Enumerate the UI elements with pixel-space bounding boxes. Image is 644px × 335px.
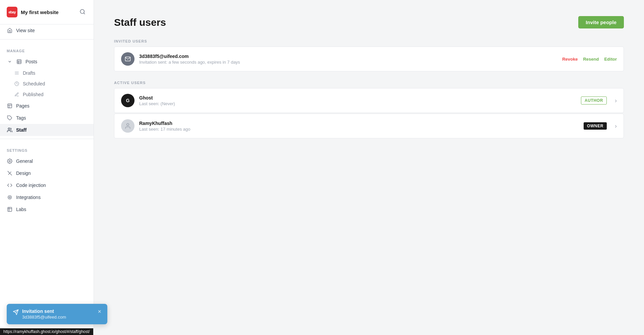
sidebar-item-published[interactable]: Published <box>0 89 94 100</box>
toast-notification: Invitation sent 3d3883f5@uifeed.com × <box>7 304 107 324</box>
sidebar-item-design[interactable]: Design <box>0 167 94 179</box>
sidebar-item-label: Integrations <box>16 195 41 200</box>
sidebar-item-label: Published <box>23 92 44 97</box>
staff-icon <box>7 127 13 133</box>
svg-line-1 <box>84 13 85 14</box>
sidebar-item-view-site[interactable]: View site <box>0 24 94 37</box>
posts-icon <box>16 59 22 65</box>
settings-label: Settings <box>0 142 94 155</box>
search-icon <box>79 9 86 15</box>
sidebar-item-drafts[interactable]: Drafts <box>0 68 94 78</box>
sidebar-item-general[interactable]: General <box>0 155 94 167</box>
sidebar-item-label: View site <box>16 28 35 33</box>
home-icon <box>7 27 13 34</box>
page-header: Staff users Invite people <box>114 16 624 28</box>
role-badge: Author <box>581 96 607 105</box>
search-button[interactable] <box>78 7 87 17</box>
user-actions-ghost: Author › <box>581 96 617 105</box>
user-card-ramy[interactable]: RamyKhuffash Last seen: 17 minutes ago O… <box>114 114 624 138</box>
invited-user-meta: Invitation sent: a few seconds ago, expi… <box>139 60 562 65</box>
user-info-ghost: Ghost Last seen: (Never) <box>139 95 581 106</box>
user-info-ramy: RamyKhuffash Last seen: 17 minutes ago <box>139 121 584 132</box>
role-button[interactable]: Editor <box>604 57 617 62</box>
invited-users-section: Invited Users 3d3883f5@uifeed.com Invita… <box>114 39 624 71</box>
sidebar-item-label: Labs <box>16 207 26 212</box>
svg-rect-2 <box>17 60 21 64</box>
toast-body: Invitation sent 3d3883f5@uifeed.com <box>22 309 94 320</box>
sidebar-item-tags[interactable]: Tags <box>0 112 94 124</box>
active-users-label: Active Users <box>114 81 624 85</box>
sidebar-item-code-injection[interactable]: Code injection <box>0 179 94 191</box>
sidebar-item-label: Posts <box>25 59 37 64</box>
published-icon <box>14 92 19 97</box>
ebay-logo: ebay <box>7 7 17 17</box>
send-icon <box>13 309 19 317</box>
invited-user-email: 3d3883f5@uifeed.com <box>139 54 562 59</box>
svg-point-14 <box>8 128 10 130</box>
sidebar: ebay My first website View site Manage <box>0 0 94 335</box>
svg-rect-10 <box>8 104 12 108</box>
design-icon <box>7 170 13 176</box>
sidebar-header: ebay My first website <box>0 0 94 24</box>
revoke-button[interactable]: Revoke <box>562 57 578 62</box>
chevron-right-icon: › <box>615 123 617 130</box>
sidebar-item-label: Scheduled <box>23 81 45 86</box>
chevron-right-icon: › <box>615 97 617 104</box>
code-icon <box>7 182 13 188</box>
sidebar-item-label: Tags <box>16 115 26 121</box>
svg-point-15 <box>9 160 10 162</box>
toast-close-button[interactable]: × <box>98 309 101 315</box>
sidebar-item-staff[interactable]: Staff <box>0 124 94 136</box>
sidebar-item-labs[interactable]: Labs <box>0 203 94 215</box>
sidebar-item-label: Design <box>16 171 31 176</box>
tags-icon <box>7 115 13 121</box>
gear-icon <box>7 158 13 164</box>
invited-users-label: Invited Users <box>114 39 624 43</box>
sidebar-item-label: General <box>16 158 33 164</box>
invited-user-info: 3d3883f5@uifeed.com Invitation sent: a f… <box>139 54 562 65</box>
avatar-initials: G <box>126 98 130 103</box>
user-actions-ramy: Owner › <box>584 122 617 130</box>
user-last-seen: Last seen: 17 minutes ago <box>139 127 584 132</box>
avatar: G <box>121 94 135 107</box>
integrations-icon <box>7 194 13 200</box>
page-title: Staff users <box>114 17 166 28</box>
invite-people-button[interactable]: Invite people <box>578 16 624 28</box>
labs-icon <box>7 206 13 212</box>
avatar <box>121 119 135 133</box>
sidebar-item-integrations[interactable]: Integrations <box>0 191 94 203</box>
site-name: My first website <box>21 9 59 15</box>
sidebar-item-scheduled[interactable]: Scheduled <box>0 78 94 89</box>
brand: ebay My first website <box>7 7 59 17</box>
active-users-section: Active Users G Ghost Last seen: (Never) … <box>114 81 624 138</box>
svg-point-17 <box>9 197 10 198</box>
clock-icon <box>14 81 19 86</box>
avatar <box>121 52 135 66</box>
main-content: Staff users Invite people Invited Users … <box>94 0 644 335</box>
role-badge: Owner <box>584 122 607 130</box>
sidebar-item-posts[interactable]: Posts <box>0 56 94 68</box>
invited-user-card[interactable]: 3d3883f5@uifeed.com Invitation sent: a f… <box>114 47 624 71</box>
resend-button[interactable]: Resend <box>583 57 599 62</box>
toast-email: 3d3883f5@uifeed.com <box>22 315 94 320</box>
toast-title: Invitation sent <box>22 309 94 314</box>
invited-user-actions: Revoke Resend Editor <box>562 57 617 62</box>
pages-icon <box>7 103 13 109</box>
user-name: Ghost <box>139 95 581 100</box>
sidebar-item-pages[interactable]: Pages <box>0 100 94 112</box>
drafts-icon <box>14 70 19 76</box>
user-name: RamyKhuffash <box>139 121 584 126</box>
sidebar-item-label: Pages <box>16 103 30 109</box>
sidebar-item-label: Drafts <box>23 70 35 76</box>
status-bar: https://ramykhuffash.ghost.io/ghost/#/st… <box>0 328 93 335</box>
user-last-seen: Last seen: (Never) <box>139 101 581 106</box>
manage-label: Manage <box>0 42 94 56</box>
sidebar-item-label: Staff <box>16 127 26 133</box>
chevron-down-icon <box>7 59 13 65</box>
svg-point-18 <box>127 124 129 126</box>
sidebar-item-label: Code injection <box>16 183 46 188</box>
user-card-ghost[interactable]: G Ghost Last seen: (Never) Author › <box>114 88 624 113</box>
